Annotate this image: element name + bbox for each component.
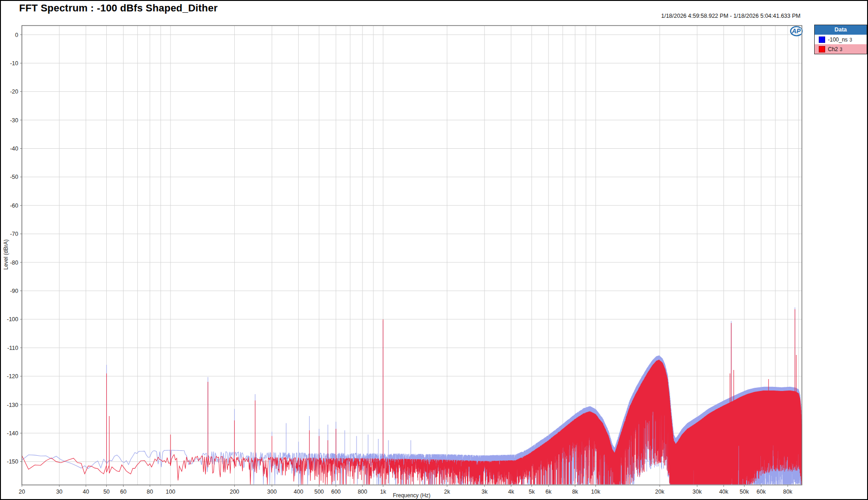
x-tick-label: 5k	[529, 489, 535, 495]
x-tick-label: 100	[166, 489, 176, 495]
x-axis-title: Frequency (Hz)	[380, 492, 444, 499]
x-tick-label: 400	[294, 489, 303, 495]
y-tick-label: -20	[10, 89, 18, 95]
x-tick-label: 200	[230, 489, 239, 495]
legend-channel-index: 3	[849, 37, 852, 42]
y-tick-label: -100	[7, 316, 18, 323]
x-tick-label: 3k	[481, 489, 488, 495]
y-tick-label: -40	[10, 146, 18, 152]
ap-logo-text: AP	[791, 27, 801, 35]
ap-logo-icon: AP	[787, 25, 805, 39]
x-tick-label: 8k	[572, 489, 579, 495]
x-tick-label: 4k	[508, 489, 514, 495]
trace-legend: Data -100_ns 3 Ch2 3	[814, 25, 867, 54]
x-tick-label: 80	[147, 489, 153, 495]
y-tick-label: -150	[7, 458, 18, 465]
y-tick-label: -90	[10, 288, 18, 294]
y-tick-label: -80	[10, 260, 18, 266]
spectrum-plot: 0-10-20-30-40-50-60-70-80-90-100-110-120…	[1, 1, 868, 500]
blue-trace-swatch-icon	[819, 36, 825, 43]
x-tick-label: 60	[120, 489, 127, 495]
y-tick-label: -10	[10, 60, 18, 67]
x-tick-label: 20k	[655, 489, 665, 495]
x-tick-label: 50k	[740, 489, 749, 495]
x-tick-label: 500	[314, 489, 324, 495]
x-tick-label: 800	[358, 489, 367, 495]
legend-channel-index: 3	[840, 47, 842, 52]
x-tick-label: 20	[19, 489, 25, 495]
y-tick-label: -50	[10, 174, 18, 180]
x-tick-label: 30k	[692, 489, 702, 495]
legend-header: Data	[815, 25, 867, 35]
x-tick-label: 10k	[591, 489, 601, 495]
x-tick-label: 600	[331, 489, 341, 495]
legend-row-ch2[interactable]: Ch2 3	[815, 44, 867, 54]
y-tick-label: -140	[7, 430, 18, 437]
y-tick-label: -70	[10, 231, 18, 237]
y-tick-label: -130	[7, 402, 18, 408]
x-tick-label: 30	[56, 489, 62, 495]
x-tick-label: 40k	[719, 489, 728, 495]
y-tick-label: -110	[7, 345, 18, 351]
red-trace-swatch-icon	[819, 46, 825, 52]
plot-border	[22, 26, 802, 485]
legend-row-100ns[interactable]: -100_ns 3	[815, 35, 867, 44]
y-tick-label: -30	[10, 117, 18, 124]
x-tick-label: 40	[83, 489, 89, 495]
y-tick-label: 0	[15, 32, 18, 38]
x-tick-label: 80k	[783, 489, 793, 495]
legend-label: -100_ns	[828, 36, 847, 43]
legend-label: Ch2	[828, 46, 838, 52]
y-tick-label: -60	[10, 203, 18, 209]
x-tick-label: 60k	[757, 489, 766, 495]
x-tick-label: 6k	[546, 489, 552, 495]
x-tick-label: 300	[267, 489, 277, 495]
y-axis-title: Level (dBrA)	[3, 224, 9, 285]
y-tick-label: -120	[7, 373, 18, 380]
x-tick-label: 50	[103, 489, 110, 495]
x-tick-label: 2k	[444, 489, 450, 495]
screenshot-frame: FFT Spectrum : -100 dBfs Shaped_Dither 1…	[0, 0, 868, 500]
